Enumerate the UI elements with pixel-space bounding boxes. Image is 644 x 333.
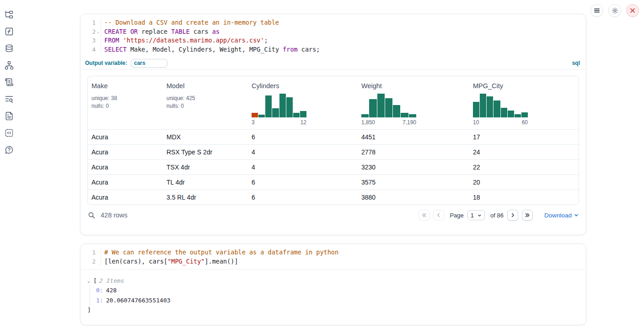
histogram-bar[interactable] xyxy=(487,96,493,117)
table-cell: TL 4dr xyxy=(163,179,248,186)
table-cell: Acura xyxy=(88,194,163,201)
search-icon[interactable] xyxy=(88,211,95,219)
download-button[interactable]: Download xyxy=(544,212,579,219)
prev-page-button[interactable] xyxy=(433,210,444,221)
table-row[interactable]: AcuraRSX Type S 2dr4277824 xyxy=(88,144,579,159)
column-histogram[interactable]: 312 xyxy=(252,94,306,126)
histogram-bar[interactable] xyxy=(473,102,479,117)
output-variable-input[interactable] xyxy=(131,59,167,68)
table-row[interactable]: AcuraMDX6445117 xyxy=(88,129,579,144)
histogram-bar[interactable] xyxy=(393,105,400,118)
histogram-bar[interactable] xyxy=(272,108,279,118)
column-label: Model xyxy=(166,82,244,90)
histogram-bar[interactable] xyxy=(369,99,376,118)
histogram-axis-labels: 1060 xyxy=(473,119,528,126)
table-row[interactable]: AcuraTL 4dr6357520 xyxy=(88,174,579,190)
column-header-weight[interactable]: Weight1,8507,190 xyxy=(358,76,469,129)
histogram-bar[interactable] xyxy=(494,100,500,117)
file-tree-icon[interactable] xyxy=(4,10,14,20)
histogram-bar[interactable] xyxy=(409,114,416,117)
output-entry: 0:428 xyxy=(96,285,579,296)
table-cell: MDX xyxy=(163,133,248,141)
settings-gear-icon xyxy=(612,7,618,14)
sql-code-editor[interactable]: 1-- Download a CSV and create an in-memo… xyxy=(80,14,586,57)
output-variable-row: Output variable: sql xyxy=(80,57,586,69)
fold-chevron-icon[interactable]: ⌄ xyxy=(96,27,101,37)
code-line[interactable]: 2⌄CREATE OR replace TABLE cars as xyxy=(80,27,586,37)
table-cell: Acura xyxy=(88,133,163,141)
histogram-bar[interactable] xyxy=(293,113,300,117)
histogram-bar[interactable] xyxy=(279,94,286,117)
table-header: Makeunique: 38nulls: 0Modelunique: 425nu… xyxy=(88,76,579,129)
histogram-bar[interactable] xyxy=(508,111,514,118)
function-icon[interactable] xyxy=(4,26,14,37)
code-line[interactable]: 1# We can reference the output variable … xyxy=(80,248,586,257)
output-tree-toggle[interactable]: ⌄[2 Items xyxy=(87,275,579,285)
row-count: 428 rows xyxy=(101,211,128,219)
code-line[interactable]: 3FROM 'https://datasets.marimo.app/cars.… xyxy=(80,36,586,45)
table-cell: 3880 xyxy=(358,194,469,201)
logs-search-icon[interactable] xyxy=(4,94,14,104)
column-header-model[interactable]: Modelunique: 425nulls: 0 xyxy=(163,76,248,129)
line-number: 2 xyxy=(92,257,96,266)
shutdown-button[interactable] xyxy=(626,4,639,17)
last-page-button[interactable] xyxy=(522,210,533,221)
page-number-select[interactable]: 1 xyxy=(467,210,485,220)
column-histogram[interactable]: 1,8507,190 xyxy=(361,94,416,126)
shutdown-close-icon xyxy=(630,8,635,13)
dependency-graph-icon[interactable] xyxy=(4,60,14,70)
histogram-bar[interactable] xyxy=(521,112,528,117)
column-header-cylinders[interactable]: Cylinders312 xyxy=(248,76,358,129)
code-line[interactable]: 4SELECT Make, Model, Cylinders, Weight, … xyxy=(80,45,586,54)
scratchpad-scroll-icon[interactable] xyxy=(4,77,14,87)
fold-gutter xyxy=(96,257,101,266)
table-cell: Acura xyxy=(88,164,163,171)
snippets-code-icon[interactable] xyxy=(4,128,14,138)
close-bracket: ] xyxy=(87,306,579,315)
histogram-bar[interactable] xyxy=(252,113,258,117)
histogram-bar[interactable] xyxy=(377,94,385,117)
sql-cell: 1-- Download a CSV and create an in-memo… xyxy=(80,14,586,235)
code-text: [len(cars), cars["MPG_City"].mean()] xyxy=(101,257,238,266)
next-page-button[interactable] xyxy=(507,210,518,221)
table-cell: 3230 xyxy=(358,164,469,171)
histogram-bar[interactable] xyxy=(385,98,392,118)
first-page-button[interactable] xyxy=(419,210,429,221)
menu-button[interactable] xyxy=(590,4,603,17)
chevrons-left-icon xyxy=(421,212,427,218)
table-row[interactable]: Acura3.5 RL 4dr6388018 xyxy=(88,190,579,205)
column-header-make[interactable]: Makeunique: 38nulls: 0 xyxy=(88,76,163,129)
histogram-bar[interactable] xyxy=(258,115,265,118)
table-cell: 20 xyxy=(469,179,579,186)
page-label: Page xyxy=(450,212,463,219)
table-cell: 6 xyxy=(248,194,358,201)
output-variable-label: Output variable: xyxy=(85,60,127,66)
database-icon[interactable] xyxy=(4,43,14,53)
histogram-bar[interactable] xyxy=(515,114,521,118)
python-cell: 1# We can reference the output variable … xyxy=(80,243,586,325)
collapse-caret-icon: ⌄ xyxy=(87,278,93,283)
code-line[interactable]: 2[len(cars), cars["MPG_City"].mean()] xyxy=(80,257,586,266)
histogram-bar[interactable] xyxy=(300,111,306,118)
column-stats: unique: 38nulls: 0 xyxy=(91,95,159,110)
histogram-bar[interactable] xyxy=(265,95,272,118)
code-line[interactable]: 1-- Download a CSV and create an in-memo… xyxy=(80,18,586,27)
help-icon[interactable] xyxy=(4,145,14,155)
table-cell: 6 xyxy=(248,133,358,141)
table-cell: 22 xyxy=(469,164,579,171)
table-cell: 2778 xyxy=(358,148,469,156)
column-header-mpg_city[interactable]: MPG_City1060 xyxy=(469,76,579,129)
table-row[interactable]: AcuraTSX 4dr4323022 xyxy=(88,159,579,174)
language-badge[interactable]: sql xyxy=(572,60,580,66)
python-code-editor[interactable]: 1# We can reference the output variable … xyxy=(80,244,586,270)
column-histogram[interactable]: 1060 xyxy=(473,94,528,126)
histogram-bar[interactable] xyxy=(401,113,408,117)
histogram-bar[interactable] xyxy=(480,94,486,117)
settings-button[interactable] xyxy=(608,4,621,17)
fold-gutter xyxy=(96,45,101,54)
histogram-bar[interactable] xyxy=(501,108,507,117)
entry-key: 0: xyxy=(96,287,103,294)
documentation-icon[interactable] xyxy=(4,111,14,121)
histogram-bar[interactable] xyxy=(361,114,369,118)
histogram-bar[interactable] xyxy=(286,97,293,117)
